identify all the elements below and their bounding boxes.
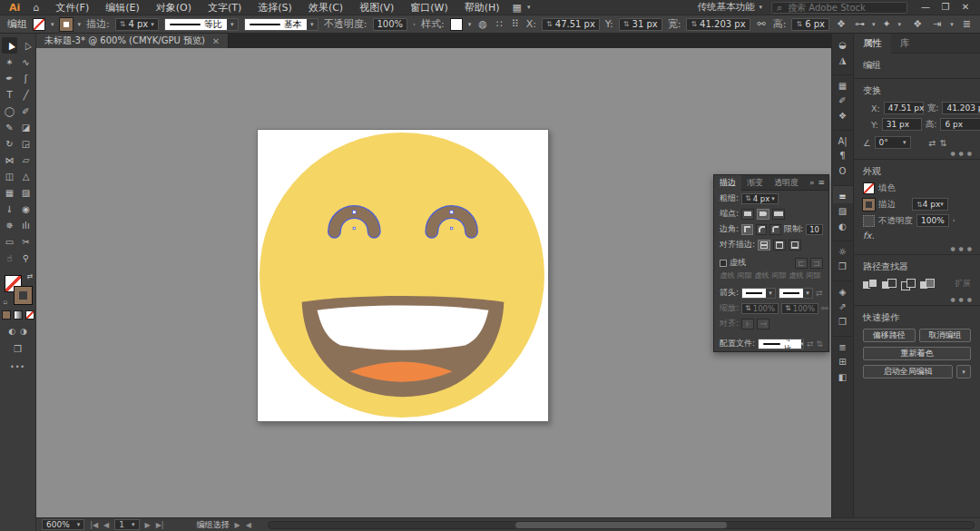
tab-properties[interactable]: 属性 — [854, 34, 891, 54]
default-fill-stroke-icon[interactable]: ▫ — [4, 299, 8, 306]
appearance-panel-icon[interactable]: ☼ — [833, 241, 853, 259]
width-field[interactable]: 41.203 p — [942, 102, 980, 114]
shear-options-icon[interactable]: ⊶ — [853, 18, 867, 30]
stroke-proxy[interactable] — [15, 287, 32, 304]
graphic-styles-panel-icon[interactable]: ❒ — [833, 259, 853, 274]
menu-item[interactable]: 窗口(W) — [403, 0, 455, 15]
paragraph-panel-icon[interactable]: ¶ — [833, 148, 853, 163]
transform-options-icon[interactable]: ❖ — [835, 18, 848, 30]
artboards-panel-icon[interactable]: ❐ — [833, 314, 853, 329]
opacity-options-icon[interactable]: › — [953, 217, 956, 224]
preserve-dash-icon[interactable]: ⊏ — [795, 258, 808, 269]
projecting-cap-button[interactable] — [772, 209, 785, 220]
align-dash-icon[interactable]: ⊐ — [810, 258, 823, 269]
quick-action-button[interactable]: 偏移路径 — [863, 329, 916, 342]
pathfinder-exclude-icon[interactable] — [920, 279, 934, 290]
eyedropper-tool[interactable]: ⊸ — [2, 201, 17, 217]
pathfinder-panel-icon[interactable]: ◧ — [833, 369, 853, 385]
next-artboard-icon[interactable]: ▶ — [145, 521, 151, 529]
pathfinder-unite-icon[interactable] — [863, 279, 877, 290]
symbol-sprayer-tool[interactable]: ✵ — [2, 217, 17, 233]
shape-builder-tool[interactable]: ◫ — [2, 168, 17, 184]
tab-stroke[interactable]: 描边 — [714, 175, 741, 191]
flip-horizontal-icon[interactable]: ⇄ — [929, 138, 936, 148]
global-edit-options-button[interactable]: ▾ — [956, 365, 971, 379]
y-field[interactable]: 31 px — [882, 118, 922, 131]
anchor-point[interactable] — [353, 211, 357, 214]
dash-field[interactable]: 虚线 — [789, 270, 804, 280]
horizontal-scrollbar[interactable] — [268, 521, 975, 529]
appearance-more-options[interactable]: ● ● ● — [950, 245, 973, 251]
swap-arrowheads-icon[interactable]: ⇄ — [816, 289, 823, 298]
width-tool[interactable]: ⋈ — [2, 152, 17, 168]
tab-libraries[interactable]: 库 — [891, 34, 919, 54]
stroke-weight-field[interactable]: ⇅4 px▾ — [115, 18, 159, 31]
free-transform-tool[interactable]: ▱ — [18, 152, 34, 168]
gradient-tool[interactable]: ▨ — [18, 184, 34, 201]
pathfinder-more-options[interactable]: ● ● ● — [950, 296, 973, 302]
butt-cap-button[interactable] — [741, 209, 754, 220]
link-scale-icon[interactable]: ⚯ — [821, 304, 828, 313]
menu-item[interactable]: 编辑(E) — [98, 0, 147, 15]
height-field[interactable]: ⇅6 px — [791, 18, 829, 31]
round-cap-button[interactable] — [757, 209, 769, 220]
stock-search[interactable]: ⌕ — [771, 2, 907, 14]
menu-item[interactable]: 选择(S) — [250, 0, 299, 15]
dash-field[interactable]: 间隙 — [806, 270, 821, 280]
quick-action-button[interactable]: 取消编组 — [919, 329, 972, 342]
arrow-align-tip-button[interactable]: ⊦ — [741, 319, 754, 329]
search-input[interactable] — [786, 2, 895, 14]
preferences-grid-icon[interactable]: ∷ — [495, 18, 505, 30]
last-artboard-icon[interactable]: ▶| — [156, 521, 164, 529]
align-outside-button[interactable] — [789, 240, 801, 251]
isolate-options-icon[interactable]: ✦ — [880, 18, 892, 30]
minimize-button[interactable]: — — [916, 0, 935, 15]
artboard[interactable] — [257, 129, 549, 422]
menu-item[interactable]: 对象(O) — [149, 0, 199, 15]
fill-swatch-none[interactable] — [33, 18, 45, 31]
pathfinder-minus-front-icon[interactable] — [882, 279, 896, 290]
stroke-panel-icon[interactable]: ≡ — [833, 185, 853, 203]
opacity-options-icon[interactable]: › — [413, 21, 416, 28]
eraser-tool[interactable]: ◪ — [18, 119, 34, 135]
scroll-right-icon[interactable]: ◀ — [246, 521, 251, 529]
layers-panel-icon[interactable]: ◈ — [833, 280, 853, 299]
document-setup-icon[interactable]: ◍ — [476, 18, 489, 30]
direct-selection-tool[interactable]: ▷ — [18, 37, 34, 54]
pen-tool[interactable]: ✒ — [2, 70, 17, 86]
tab-gradient[interactable]: 渐变 — [741, 175, 769, 191]
tab-transparency[interactable]: 透明度 — [769, 175, 804, 191]
fill-swatch-none[interactable] — [863, 182, 875, 194]
scale-end-field[interactable]: ⇅100% — [781, 303, 818, 314]
swatches-panel-icon[interactable]: ▦ — [833, 74, 853, 93]
zoom-level-dropdown[interactable]: 600%▾ — [42, 519, 84, 530]
swap-fill-stroke-icon[interactable]: ⇄ — [27, 272, 34, 280]
bevel-join-button[interactable] — [769, 224, 781, 235]
screen-mode-icon[interactable]: ❐ — [14, 344, 22, 354]
pathfinder-intersect-icon[interactable] — [901, 279, 915, 290]
dashed-line-checkbox[interactable] — [720, 260, 727, 267]
draw-behind-icon[interactable]: ◑ — [20, 327, 27, 336]
workspace-switcher[interactable]: 传统基本功能 ▾ — [697, 1, 762, 14]
align-inside-button[interactable] — [773, 240, 786, 251]
color-panel-icon[interactable]: ◒ — [833, 37, 853, 53]
expand-button[interactable]: 扩展 — [955, 278, 971, 290]
zoom-tool[interactable]: ⚲ — [18, 250, 34, 266]
ellipse-tool[interactable]: ◯ — [2, 103, 17, 119]
mesh-tool[interactable]: ▦ — [2, 184, 17, 201]
anchor-point[interactable] — [450, 227, 452, 229]
rotate-field[interactable]: 0°▾ — [875, 136, 911, 149]
character-panel-icon[interactable]: A| — [833, 130, 853, 148]
none-button[interactable] — [25, 310, 34, 320]
miter-join-button[interactable] — [741, 224, 753, 235]
fx-button[interactable]: fx. — [863, 231, 875, 241]
flip-along-icon[interactable]: ⇄ — [807, 339, 814, 349]
smiley-teeth[interactable] — [318, 306, 489, 350]
lasso-tool[interactable]: ∿ — [18, 54, 34, 70]
close-button[interactable]: ✕ — [956, 0, 975, 15]
transparency-panel-icon[interactable]: ◐ — [833, 219, 853, 234]
stepper-icon[interactable]: ⇅ — [120, 20, 126, 28]
arrange-options-icon[interactable]: ≣ — [961, 18, 973, 30]
edit-toolbar-icon[interactable]: ••• — [10, 363, 25, 371]
arrow-end-dropdown[interactable]: ▾ — [779, 288, 813, 299]
